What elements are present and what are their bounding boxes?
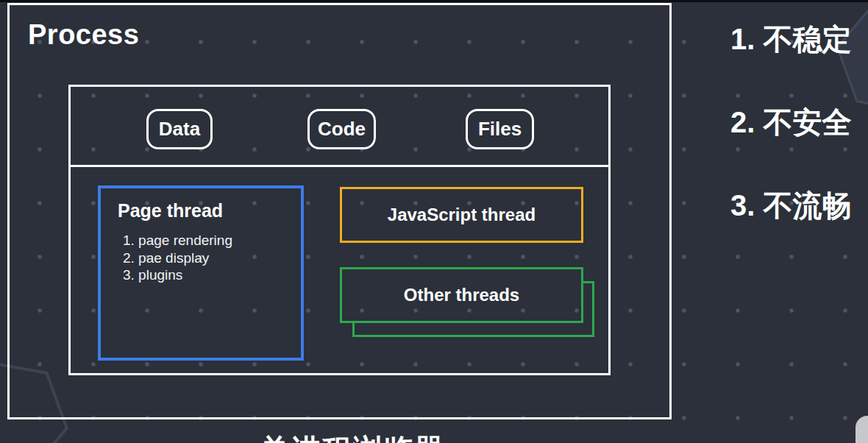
javascript-thread-box: JavaScript thread [340,187,583,243]
page-thread-title: Page thread [118,200,301,222]
data-pill-label: Data [159,118,200,141]
files-pill: Files [466,109,534,149]
other-threads-back-box [592,281,594,337]
code-pill-label: Code [318,118,366,141]
bottom-caption: 单进程浏览器 [260,430,445,443]
page-thread-list: 1. page rendering 2. pae display 3. plug… [123,232,301,284]
page-thread-item: 1. page rendering [123,232,301,249]
issues-list: 1. 不稳定 2. 不安全 3. 不流畅 [730,22,851,272]
javascript-thread-label: JavaScript thread [388,205,536,225]
issue-item: 2. 不安全 [730,105,851,140]
files-pill-label: Files [478,118,522,141]
process-title: Process [28,19,139,51]
other-threads-back-box [352,323,355,337]
page-thread-box: Page thread 1. page rendering 2. pae dis… [98,185,304,361]
other-threads-back-box [583,281,594,283]
page-thread-item: 2. pae display [123,249,301,267]
issue-item: 3. 不流畅 [730,188,851,223]
issue-item: 1. 不稳定 [730,22,851,57]
data-pill: Data [146,109,213,149]
other-threads-box: Other threads [340,267,583,323]
page-thread-item: 3. plugins [123,266,301,284]
top-letterbox-strip [0,0,868,2]
other-threads-back-box [352,335,594,337]
slide-canvas: Process Data Code Files Page thread 1. p… [0,0,868,443]
code-pill: Code [307,109,376,149]
other-threads-label: Other threads [404,285,519,305]
header-separator-line [68,165,611,167]
corner-indicator-shape [855,416,868,443]
